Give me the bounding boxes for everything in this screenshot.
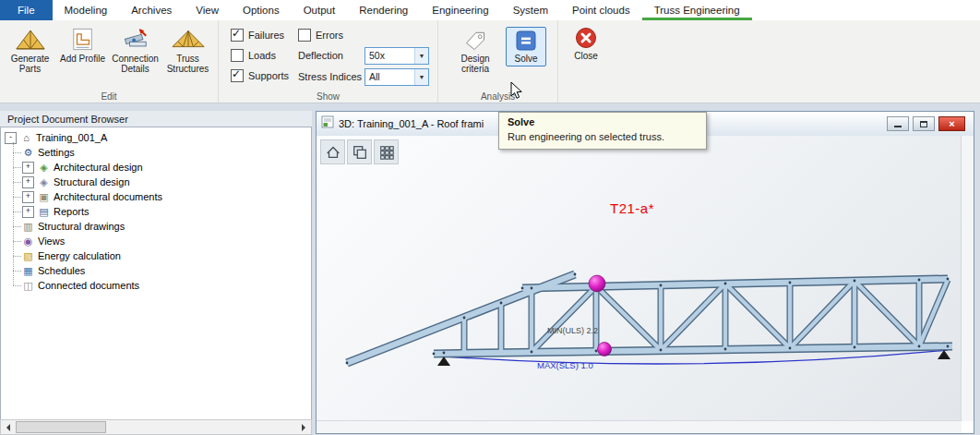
panel-horizontal-scrollbar[interactable] (0, 419, 312, 435)
tree-item-label: Architectural documents (54, 191, 162, 202)
expand-icon[interactable]: + (22, 206, 34, 218)
tab-modeling[interactable]: Modeling (53, 0, 120, 20)
expand-icon[interactable]: + (22, 176, 34, 188)
tree-item-architectural-documents[interactable]: + ▣ Architectural documents (13, 189, 311, 204)
layout-view-button[interactable] (347, 139, 372, 164)
view-vertical-scrollbar[interactable] (961, 136, 974, 421)
close-icon (575, 26, 597, 50)
design-icon: ◈ (38, 176, 50, 188)
truss-generate-icon (15, 25, 46, 53)
mouse-cursor (510, 81, 523, 103)
errors-label: Errors (316, 30, 343, 41)
tab-system[interactable]: System (501, 0, 560, 20)
chevron-down-icon: ▼ (414, 69, 428, 85)
tree-item-structural-drawings[interactable]: ▥ Structural drawings (13, 219, 311, 234)
close-button[interactable]: Close (566, 24, 606, 64)
connection-details-button[interactable]: Connection Details (110, 23, 161, 74)
3d-view-window: 3D: Training_001_A - Roof frami × (316, 111, 974, 434)
ribbon-group-edit: Generate Parts Add Profile (0, 20, 219, 103)
errors-checkbox[interactable]: Errors (298, 27, 429, 42)
tree-item-structural-design[interactable]: + ◈ Structural design (13, 175, 311, 189)
view-horizontal-scrollbar[interactable] (317, 420, 962, 433)
truss-structures-icon (172, 25, 205, 53)
project-icon: ⌂ (20, 132, 32, 144)
tab-file[interactable]: File (0, 0, 53, 20)
tree-root-training-001-a[interactable]: - ⌂ Training_001_A (5, 130, 311, 145)
add-profile-button[interactable]: Add Profile (57, 23, 108, 74)
project-document-browser-panel: Project Document Browser - ⌂ Training_00… (0, 111, 312, 435)
tree-item-label: Architectural design (54, 162, 143, 173)
tooltip-body: Run engineering on selected truss. (508, 131, 698, 142)
drawings-icon: ▥ (22, 221, 34, 233)
tab-options[interactable]: Options (231, 0, 292, 20)
generate-parts-button[interactable]: Generate Parts (5, 23, 55, 74)
expand-icon[interactable]: + (22, 191, 34, 203)
add-profile-label: Add Profile (60, 54, 105, 65)
design-criteria-button[interactable]: Design criteria (449, 27, 501, 76)
solve-label: Solve (515, 54, 538, 65)
scrollbar-thumb[interactable] (16, 421, 106, 433)
views-icon: ◉ (22, 236, 34, 248)
panel-title: Project Document Browser (0, 111, 312, 127)
loads-checkbox[interactable]: Loads (231, 47, 289, 63)
deflection-value: 50x (365, 50, 414, 61)
tree-item-connected-documents[interactable]: ◫ Connected documents (13, 278, 311, 293)
design-criteria-label: Design criteria (451, 54, 499, 74)
min-uls-annotation: MIN(ULS) 2.2 (547, 326, 598, 335)
failure-sphere-bottom[interactable] (598, 343, 612, 356)
connected-documents-icon: ◫ (22, 280, 34, 292)
tree-item-label: Energy calculation (38, 250, 121, 261)
supports-label: Supports (248, 70, 289, 81)
edit-group-label: Edit (0, 91, 218, 102)
checkbox-icon (231, 29, 244, 42)
tree-item-schedules[interactable]: ▦ Schedules (13, 263, 311, 278)
schedules-icon: ▦ (22, 265, 34, 277)
window-close-button[interactable]: × (938, 116, 965, 131)
tab-rendering[interactable]: Rendering (347, 0, 420, 20)
truss-drawing: MIN(ULS) 2.2 MAX(SLS) 1.0 (317, 136, 962, 421)
truss-structures-label: Truss Structures (162, 54, 213, 74)
deflection-dropdown[interactable]: 50x ▼ (365, 47, 429, 65)
home-view-button[interactable] (320, 139, 345, 164)
tree-item-reports[interactable]: + ▤ Reports (13, 204, 311, 219)
tree-item-architectural-design[interactable]: + ◈ Architectural design (13, 160, 311, 175)
design-icon: ◈ (38, 162, 50, 174)
truss-structures-button[interactable]: Truss Structures (162, 23, 213, 74)
connection-details-label: Connection Details (110, 54, 161, 74)
failure-sphere-top[interactable] (589, 275, 605, 292)
tab-point-clouds[interactable]: Point clouds (560, 0, 642, 20)
support-triangle-right (938, 350, 950, 359)
tab-output[interactable]: Output (292, 0, 348, 20)
view-toolbar (320, 139, 399, 164)
collapse-icon[interactable]: - (5, 132, 17, 144)
tree-item-label: Schedules (38, 265, 85, 276)
chevron-down-icon: ▼ (414, 48, 428, 64)
3d-viewport[interactable]: MIN(ULS) 2.2 MAX(SLS) 1.0 (317, 136, 962, 421)
stress-indices-dropdown[interactable]: All ▼ (365, 68, 429, 86)
scroll-left-icon[interactable] (1, 421, 15, 433)
tree-item-label: Connected documents (38, 280, 139, 291)
tab-engineering[interactable]: Engineering (420, 0, 500, 20)
expand-icon[interactable]: + (22, 162, 34, 174)
checkbox-icon (231, 69, 244, 82)
tree-item-views[interactable]: ◉ Views (13, 234, 311, 248)
tab-archives[interactable]: Archives (119, 0, 184, 20)
tree-item-settings[interactable]: ⚙ Settings (13, 145, 311, 160)
minimize-button[interactable] (887, 116, 909, 131)
max-sls-annotation: MAX(SLS) 1.0 (537, 360, 593, 370)
failures-checkbox[interactable]: Failures (231, 27, 289, 42)
tree-item-label: Views (38, 236, 65, 247)
tab-truss-engineering[interactable]: Truss Engineering (642, 0, 752, 20)
stress-indices-label: Stress Indices (298, 71, 365, 82)
scroll-right-icon[interactable] (297, 421, 311, 433)
ribbon: Generate Parts Add Profile (0, 20, 980, 103)
grid-view-button[interactable] (374, 139, 399, 164)
supports-checkbox[interactable]: Supports (231, 67, 289, 83)
ribbon-group-close: Close (558, 20, 614, 103)
tab-view[interactable]: View (184, 0, 231, 20)
documents-icon: ▣ (38, 191, 50, 203)
solve-button[interactable]: Solve (506, 27, 546, 66)
tree-item-energy-calculation[interactable]: ▧ Energy calculation (13, 248, 311, 263)
maximize-button[interactable] (913, 116, 935, 131)
menubar: File Modeling Archives View Options Outp… (0, 0, 980, 21)
